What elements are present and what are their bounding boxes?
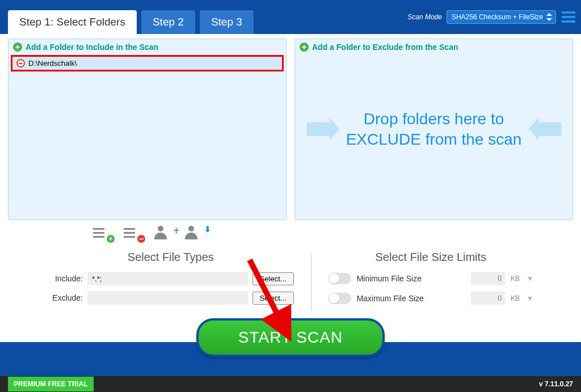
exclude-input[interactable] xyxy=(87,291,248,305)
min-size-value[interactable]: 0 xyxy=(471,272,505,285)
min-size-label: Minimum File Size xyxy=(357,274,465,283)
plus-icon: + xyxy=(300,43,309,52)
exclude-panel: + Add a Folder to Exclude from the Scan … xyxy=(294,39,573,220)
include-label: Include: xyxy=(48,274,83,283)
add-exclude-folder[interactable]: + Add a Folder to Exclude from the Scan xyxy=(295,39,572,55)
scan-mode-select[interactable]: SHA256 Checksum + FileSize xyxy=(447,10,556,24)
scan-mode-label: Scan Mode xyxy=(407,13,442,21)
divider xyxy=(311,254,311,311)
trial-badge[interactable]: PREMIUM FREE TRIAL xyxy=(8,377,94,391)
remove-icon[interactable] xyxy=(16,59,25,68)
exclude-header-text: Add a Folder to Exclude from the Scan xyxy=(312,43,458,52)
tab-step2[interactable]: Step 2 xyxy=(141,10,195,34)
controls: Select File Types Include: Select... Exc… xyxy=(8,251,573,311)
max-size-unit: KB xyxy=(511,294,521,302)
max-size-label: Maximum File Size xyxy=(357,294,465,303)
file-size-section: Select File Size Limits Minimum File Siz… xyxy=(329,251,533,311)
file-size-title: Select File Size Limits xyxy=(329,251,533,264)
footer: PREMIUM FREE TRIAL v 7.11.0.27 xyxy=(0,376,581,392)
panels: + Add a Folder to Include in the Scan D:… xyxy=(8,39,573,220)
menu-icon[interactable] xyxy=(562,9,575,25)
exclude-label: Exclude: xyxy=(48,293,83,302)
folder-path: D:\Nerdschalk\ xyxy=(28,59,77,68)
scan-mode: Scan Mode SHA256 Checksum + FileSize xyxy=(407,10,556,24)
import-user-icon[interactable]: ⬇ xyxy=(185,226,205,242)
tab-step3[interactable]: Step 3 xyxy=(200,10,254,34)
exclude-drop-zone[interactable]: Drop folders here to EXCLUDE from the sc… xyxy=(295,109,572,150)
include-input[interactable] xyxy=(87,272,248,285)
file-types-title: Select File Types xyxy=(48,251,294,264)
add-include-folder[interactable]: + Add a Folder to Include in the Scan xyxy=(9,39,286,55)
add-list-icon[interactable]: + xyxy=(93,226,113,242)
toolbar-icons: + − + ⬇ xyxy=(93,226,573,242)
tab-step1[interactable]: Step 1: Select Folders xyxy=(8,10,137,34)
min-size-toggle[interactable] xyxy=(329,273,351,284)
version-label: v 7.11.0.27 xyxy=(539,380,573,388)
include-header-text: Add a Folder to Include in the Scan xyxy=(26,43,158,52)
folder-row[interactable]: D:\Nerdschalk\ xyxy=(12,56,283,70)
main: + Add a Folder to Include in the Scan D:… xyxy=(0,34,581,363)
include-panel: + Add a Folder to Include in the Scan D:… xyxy=(8,39,287,220)
include-select-button[interactable]: Select... xyxy=(252,272,294,285)
remove-list-icon[interactable]: − xyxy=(124,226,144,242)
exclude-select-button[interactable]: Select... xyxy=(252,292,294,305)
min-size-dropdown-icon[interactable]: ▼ xyxy=(527,275,533,283)
max-size-value[interactable]: 0 xyxy=(471,292,505,305)
plus-icon: + xyxy=(13,43,22,52)
add-user-icon[interactable]: + xyxy=(154,226,175,242)
drop-text: Drop folders here to EXCLUDE from the sc… xyxy=(335,109,533,150)
arrow-right-icon xyxy=(306,123,329,136)
max-size-toggle[interactable] xyxy=(329,293,351,304)
arrow-left-icon xyxy=(538,123,561,136)
header: Step 1: Select Folders Step 2 Step 3 Sca… xyxy=(0,0,581,34)
tabs: Step 1: Select Folders Step 2 Step 3 xyxy=(8,0,254,34)
file-types-section: Select File Types Include: Select... Exc… xyxy=(48,251,294,310)
min-size-unit: KB xyxy=(511,275,521,283)
max-size-dropdown-icon[interactable]: ▼ xyxy=(527,294,533,302)
start-scan-button[interactable]: START SCAN xyxy=(196,318,385,357)
